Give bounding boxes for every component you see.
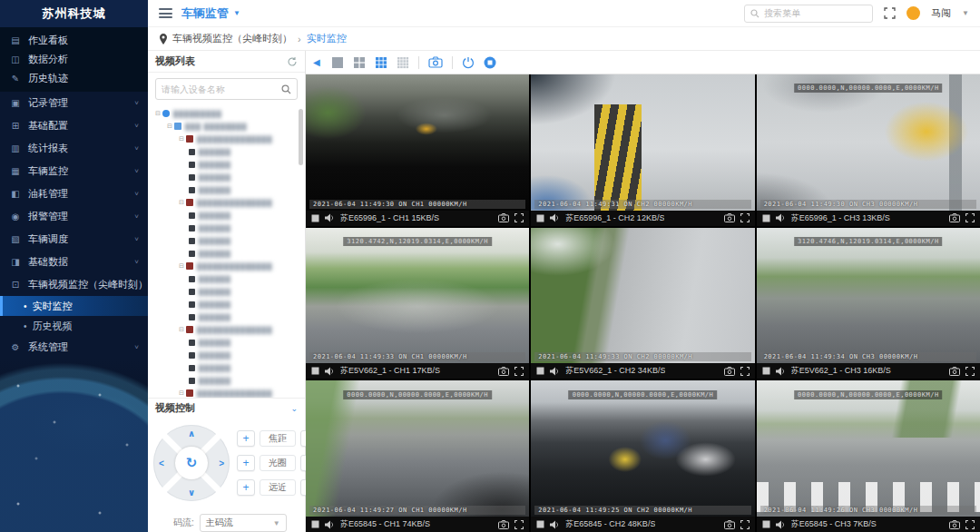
- stop-all-icon[interactable]: [484, 56, 496, 69]
- panel-collapse-icon[interactable]: ◀: [313, 57, 320, 67]
- snapshot-icon[interactable]: [498, 520, 509, 529]
- snapshot-icon[interactable]: [724, 520, 735, 529]
- tree-node[interactable]: ██████: [153, 234, 305, 247]
- video-feed[interactable]: 0000.0000,N,00000.0000,E,0000KM/H2021-06…: [306, 380, 529, 517]
- avatar[interactable]: [906, 6, 920, 20]
- expander-icon[interactable]: ⊟: [177, 262, 186, 270]
- layout-9-icon-active[interactable]: [375, 56, 387, 69]
- sidebar-subitem-active[interactable]: •实时监控: [0, 296, 148, 316]
- video-feed[interactable]: 2021-06-04 11:49:33 ON CH2 00000KM/H: [531, 228, 754, 364]
- expander-icon[interactable]: ⊟: [177, 389, 186, 397]
- sidebar-item-6[interactable]: ▦车辆监控˅: [0, 160, 148, 182]
- speaker-icon[interactable]: [776, 213, 786, 222]
- speaker-icon[interactable]: [776, 367, 786, 376]
- expand-icon[interactable]: [740, 367, 750, 376]
- video-cell-3[interactable]: 0000.0000,N,00000.0000,E,0000KM/H2021-06…: [757, 74, 980, 226]
- breadcrumb-current[interactable]: 实时监控: [307, 32, 347, 45]
- ptz-left-button[interactable]: <: [159, 458, 164, 468]
- sidebar-subitem-13[interactable]: •历史视频: [0, 316, 148, 336]
- tree-node[interactable]: ██████: [153, 336, 305, 349]
- snapshot-icon[interactable]: [498, 213, 509, 222]
- sidebar-item-8[interactable]: ◉报警管理˅: [0, 205, 148, 228]
- expand-icon[interactable]: [514, 520, 524, 529]
- stop-icon[interactable]: [311, 214, 319, 222]
- expand-icon[interactable]: [514, 213, 524, 222]
- tree-node[interactable]: ██████: [153, 361, 305, 374]
- top-search-input[interactable]: [764, 8, 867, 18]
- video-feed[interactable]: 3120.4746,N,12019.0314,E,0000KM/H2021-06…: [757, 228, 980, 364]
- stop-icon[interactable]: [536, 214, 544, 222]
- layout-16-icon[interactable]: [397, 56, 409, 69]
- video-cell-9[interactable]: 0000.0000,N,00000.0000,E,0000KM/H2021-06…: [757, 380, 980, 532]
- ptz-reset-button[interactable]: ↻: [175, 447, 208, 479]
- stop-icon[interactable]: [762, 520, 770, 528]
- expand-icon[interactable]: [514, 367, 524, 376]
- snapshot-icon[interactable]: [949, 367, 960, 376]
- speaker-icon[interactable]: [325, 520, 335, 529]
- sidebar-item-5[interactable]: ▥统计报表˅: [0, 137, 148, 160]
- video-cell-5[interactable]: 2021-06-04 11:49:33 ON CH2 00000KM/H苏E5V…: [531, 228, 754, 379]
- tree-node[interactable]: ██████: [153, 183, 305, 196]
- tree-node[interactable]: ⊟██████████████: [153, 196, 305, 209]
- stop-icon[interactable]: [762, 367, 770, 375]
- video-feed[interactable]: 0000.0000,N,00000.0000,E,0000KM/H2021-06…: [531, 380, 754, 517]
- speaker-icon[interactable]: [776, 520, 786, 529]
- chevron-down-icon[interactable]: ⌄: [290, 404, 298, 413]
- stop-icon[interactable]: [311, 520, 319, 528]
- expander-icon[interactable]: ⊟: [165, 123, 174, 130]
- snapshot-icon[interactable]: [949, 520, 960, 529]
- speaker-icon[interactable]: [325, 213, 335, 222]
- video-feed[interactable]: 3120.4742,N,12019.0314,E,0000KM/H2021-06…: [306, 228, 529, 364]
- tree-node[interactable]: ⊟█████████: [153, 107, 305, 120]
- expander-icon[interactable]: ⊟: [177, 199, 186, 206]
- speaker-icon[interactable]: [325, 367, 335, 376]
- module-caret-icon[interactable]: ▼: [233, 9, 240, 17]
- expand-icon[interactable]: [965, 520, 975, 529]
- video-feed[interactable]: 0000.0000,N,00000.0000,E,0000KM/H2021-06…: [757, 380, 980, 517]
- sidebar-item-11[interactable]: ⊡车辆视频监控（尖峰时刻）˄: [0, 273, 148, 296]
- video-feed[interactable]: 0000.0000,N,00000.0000,E,0000KM/H2021-06…: [757, 74, 980, 211]
- tree-node[interactable]: ██████: [153, 374, 305, 387]
- tree-node[interactable]: ⊟██████████████: [153, 133, 305, 145]
- stop-icon[interactable]: [762, 214, 770, 222]
- tree-node[interactable]: ██████: [153, 247, 305, 260]
- expand-icon[interactable]: [965, 367, 975, 376]
- tree-node[interactable]: ██████: [153, 145, 305, 158]
- ptz-up-button[interactable]: ∧: [188, 429, 195, 438]
- power-icon[interactable]: [462, 56, 475, 69]
- username[interactable]: 马闯: [931, 6, 951, 20]
- video-cell-4[interactable]: 3120.4742,N,12019.0314,E,0000KM/H2021-06…: [306, 228, 529, 379]
- sidebar-item-7[interactable]: ◧油耗管理˅: [0, 182, 148, 205]
- snapshot-icon[interactable]: [949, 213, 960, 222]
- sidebar-item-10[interactable]: ◨基础数据˅: [0, 251, 148, 273]
- sidebar-item-3[interactable]: ▣记录管理˅: [0, 92, 148, 114]
- expander-icon[interactable]: ⊟: [153, 110, 162, 117]
- tree-node[interactable]: ⊟██████████████: [153, 387, 305, 398]
- sidebar-item-9[interactable]: ▧车辆调度˅: [0, 228, 148, 251]
- snapshot-camera-icon[interactable]: [428, 56, 443, 68]
- snapshot-icon[interactable]: [724, 213, 735, 222]
- speaker-icon[interactable]: [550, 367, 560, 376]
- tree-node[interactable]: ⊟██████████████: [153, 323, 305, 336]
- tree-node[interactable]: ██████: [153, 222, 305, 234]
- refresh-icon[interactable]: [287, 56, 298, 67]
- speaker-icon[interactable]: [550, 520, 560, 529]
- tree-node[interactable]: ██████: [153, 285, 305, 298]
- video-cell-6[interactable]: 3120.4746,N,12019.0314,E,0000KM/H2021-06…: [757, 228, 980, 379]
- tree-node[interactable]: ⊟███ ████████: [153, 120, 305, 133]
- device-search-input[interactable]: [162, 84, 281, 94]
- tree-node[interactable]: ██████: [153, 349, 305, 361]
- ptz-plus-button-1[interactable]: +: [237, 455, 255, 471]
- tree-scrollbar[interactable]: [299, 109, 303, 165]
- stop-icon[interactable]: [536, 367, 544, 375]
- video-feed[interactable]: 2021-06-04 11:49:31 ON CH2 00000KM/H: [531, 74, 754, 211]
- speaker-icon[interactable]: [550, 213, 560, 222]
- video-cell-8[interactable]: 0000.0000,N,00000.0000,E,0000KM/H2021-06…: [531, 380, 754, 532]
- expand-icon[interactable]: [740, 213, 750, 222]
- user-caret-icon[interactable]: ▼: [962, 9, 969, 17]
- ptz-plus-button-2[interactable]: +: [237, 479, 255, 496]
- video-cell-1[interactable]: 2021-06-04 11:49:30 ON CH1 00000KM/H苏E65…: [306, 74, 529, 226]
- search-icon[interactable]: [281, 84, 291, 94]
- tree-node[interactable]: ██████: [153, 272, 305, 285]
- tree-node[interactable]: ⊟██████████████: [153, 260, 305, 272]
